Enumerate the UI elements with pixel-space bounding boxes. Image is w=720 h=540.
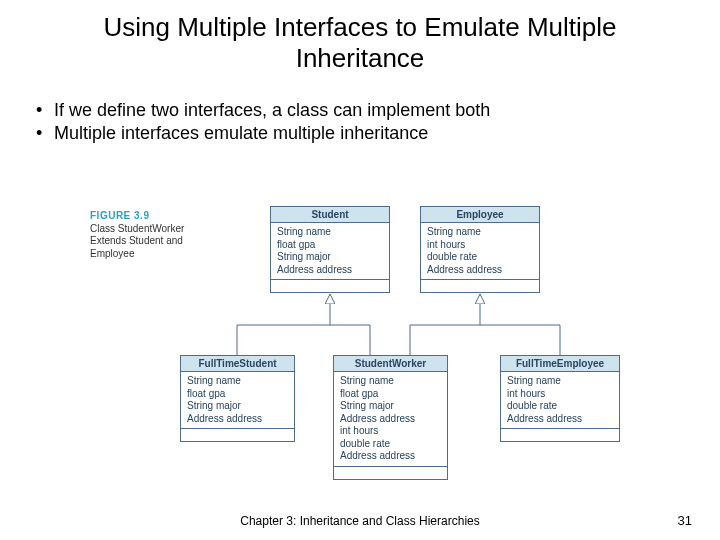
uml-attr: double rate — [427, 251, 533, 264]
uml-attr: int hours — [507, 388, 613, 401]
uml-attr: double rate — [507, 400, 613, 413]
uml-class-fulltimestudent: FullTimeStudent String name float gpa St… — [180, 355, 295, 442]
footer-chapter: Chapter 3: Inheritance and Class Hierarc… — [0, 514, 720, 528]
slide-title: Using Multiple Interfaces to Emulate Mul… — [0, 0, 720, 82]
figure-number: FIGURE 3.9 — [90, 210, 184, 223]
uml-class-name: Student — [271, 207, 389, 223]
figure-text: Employee — [90, 248, 184, 261]
bullet-list: •If we define two interfaces, a class ca… — [0, 82, 720, 144]
uml-methods-empty — [421, 280, 539, 292]
bullet-text: If we define two interfaces, a class can… — [54, 100, 490, 121]
uml-attr: float gpa — [187, 388, 288, 401]
uml-methods-empty — [181, 429, 294, 441]
uml-methods-empty — [501, 429, 619, 441]
uml-attr: String name — [340, 375, 441, 388]
uml-attr: float gpa — [340, 388, 441, 401]
uml-class-fulltimeemployee: FullTimeEmployee String name int hours d… — [500, 355, 620, 442]
uml-class-name: FullTimeEmployee — [501, 356, 619, 372]
uml-attr: String name — [187, 375, 288, 388]
bullet-dot: • — [36, 100, 54, 121]
uml-attr: Address address — [507, 413, 613, 426]
uml-class-employee: Employee String name int hours double ra… — [420, 206, 540, 293]
uml-class-name: FullTimeStudent — [181, 356, 294, 372]
uml-methods-empty — [334, 467, 447, 479]
uml-attr: Address address — [340, 450, 441, 463]
figure-text: Class StudentWorker — [90, 223, 184, 236]
uml-diagram: FIGURE 3.9 Class StudentWorker Extends S… — [0, 210, 720, 500]
uml-attr: Address address — [187, 413, 288, 426]
bullet-text: Multiple interfaces emulate multiple inh… — [54, 123, 428, 144]
uml-attr: String name — [427, 226, 533, 239]
figure-caption: FIGURE 3.9 Class StudentWorker Extends S… — [90, 210, 184, 260]
uml-attr: String name — [507, 375, 613, 388]
uml-attr: String major — [340, 400, 441, 413]
uml-attr: Address address — [340, 413, 441, 426]
uml-attr: double rate — [340, 438, 441, 451]
footer-page-number: 31 — [678, 513, 692, 528]
uml-attr: String name — [277, 226, 383, 239]
bullet-dot: • — [36, 123, 54, 144]
uml-class-name: Employee — [421, 207, 539, 223]
uml-attr: String major — [277, 251, 383, 264]
uml-class-studentworker: StudentWorker String name float gpa Stri… — [333, 355, 448, 480]
uml-attr: int hours — [340, 425, 441, 438]
uml-attr: float gpa — [277, 239, 383, 252]
uml-class-student: Student String name float gpa String maj… — [270, 206, 390, 293]
figure-text: Extends Student and — [90, 235, 184, 248]
uml-attr: Address address — [427, 264, 533, 277]
uml-attr: Address address — [277, 264, 383, 277]
uml-attr: int hours — [427, 239, 533, 252]
uml-methods-empty — [271, 280, 389, 292]
uml-class-name: StudentWorker — [334, 356, 447, 372]
uml-attr: String major — [187, 400, 288, 413]
